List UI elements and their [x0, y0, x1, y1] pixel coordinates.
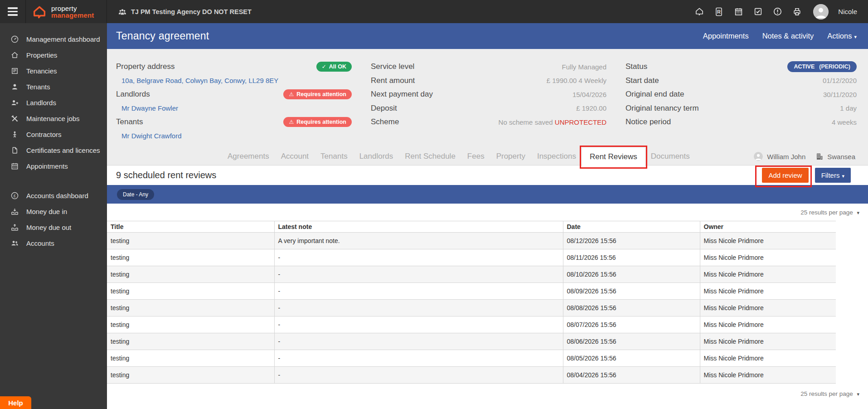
help-button[interactable]: Help	[0, 396, 31, 409]
home-icon	[10, 51, 19, 60]
column-header-date[interactable]: Date	[563, 221, 700, 233]
cell-note: A very important note.	[274, 233, 563, 249]
original-tenancy-term-label: Original tenancy term	[626, 104, 699, 113]
cell-date: 08/09/2026 15:56	[563, 283, 700, 300]
table-row[interactable]: testing-08/07/2026 15:56Miss Nicole Prid…	[107, 316, 836, 333]
check-icon: ✓	[322, 63, 326, 70]
person-plus-icon	[10, 98, 19, 107]
cell-date: 08/12/2026 15:56	[563, 233, 700, 249]
table-row[interactable]: testing-08/08/2026 15:56Miss Nicole Prid…	[107, 300, 836, 316]
cell-title: testing	[107, 233, 274, 249]
table-row[interactable]: testing-08/05/2026 15:56Miss Nicole Prid…	[107, 350, 836, 367]
calendar-icon[interactable]	[733, 7, 743, 17]
person-icon	[10, 83, 19, 92]
table-row[interactable]: testing-08/04/2026 15:56Miss Nicole Prid…	[107, 367, 836, 384]
table-row[interactable]: testingA very important note.08/12/2026 …	[107, 233, 836, 249]
printer-icon[interactable]	[792, 7, 802, 17]
property-address-link[interactable]: 10a, Belgrave Road, Colwyn Bay, Conwy, L…	[116, 77, 278, 84]
add-review-button[interactable]: Add review	[762, 168, 808, 183]
logo-text-1: property	[51, 5, 94, 12]
landlord-link[interactable]: Mr Dwayne Fowler	[116, 104, 178, 112]
sidebar-item-maintenance-jobs[interactable]: Maintenance jobs	[0, 111, 107, 127]
app-logo[interactable]: property management	[26, 0, 107, 23]
tab-rent-reviews[interactable]: Rent Reviews	[582, 148, 645, 166]
sidebar-item-money-due-in[interactable]: Money due in	[0, 204, 107, 219]
tray-out-icon	[10, 223, 19, 232]
filters-button[interactable]: Filters▾	[815, 168, 851, 183]
user-name[interactable]: Nicole	[838, 8, 857, 15]
menu-icon[interactable]	[0, 0, 26, 23]
table-row[interactable]: testing-08/11/2026 15:56Miss Nicole Prid…	[107, 249, 836, 266]
sidebar-item-accounts[interactable]: Accounts	[0, 235, 107, 251]
per-page-select[interactable]: 25 results per page ▾	[800, 390, 859, 397]
cell-owner: Miss Nicole Pridmore	[700, 249, 836, 266]
tab-rent-schedule[interactable]: Rent Schedule	[399, 148, 461, 165]
all-ok-badge: ✓All OK	[316, 62, 352, 72]
tasks-icon[interactable]	[753, 7, 763, 17]
negotiator-context[interactable]: William John	[753, 151, 805, 161]
table-row[interactable]: testing-08/06/2026 15:56Miss Nicole Prid…	[107, 333, 836, 350]
sidebar-item-landlords[interactable]: Landlords	[0, 95, 107, 111]
table-row[interactable]: testing-08/09/2026 15:56Miss Nicole Prid…	[107, 283, 836, 300]
cell-note: -	[274, 249, 563, 266]
cell-title: testing	[107, 350, 274, 367]
tab-property[interactable]: Property	[490, 148, 531, 165]
agency-selector[interactable]: TJ PM Testing Agency DO NOT RESET	[118, 8, 252, 16]
branch-context[interactable]: Swansea	[815, 152, 855, 161]
cell-date: 08/06/2026 15:56	[563, 333, 700, 350]
notes-activity-link[interactable]: Notes & activity	[762, 32, 814, 40]
sidebar-item-label: Maintenance jobs	[26, 115, 80, 122]
sidebar-item-tenants[interactable]: Tenants	[0, 79, 107, 95]
people-group-icon	[118, 8, 127, 16]
sidebar-item-label: Landlords	[26, 99, 56, 107]
sidebar-item-money-due-out[interactable]: Money due out	[0, 219, 107, 235]
list-toolbar: 9 scheduled rent reviews Add review Filt…	[107, 166, 868, 185]
appointments-link[interactable]: Appointments	[703, 32, 749, 40]
warning-icon: ⚠	[289, 119, 294, 125]
actions-menu[interactable]: Actions▾	[827, 32, 857, 40]
tab-account[interactable]: Account	[275, 148, 315, 165]
service-level-value: Fully Managed	[562, 63, 606, 71]
alert-icon[interactable]	[772, 7, 782, 17]
sidebar-item-tenancies[interactable]: Tenancies	[0, 63, 107, 79]
next-payment-day-value: 15/04/2026	[572, 91, 606, 98]
tab-tenants[interactable]: Tenants	[315, 148, 354, 165]
report-icon[interactable]: R	[714, 7, 724, 17]
tab-landlords[interactable]: Landlords	[354, 148, 399, 165]
sidebar-item-certificates[interactable]: Certificates and licences	[0, 142, 107, 158]
tab-documents[interactable]: Documents	[645, 148, 696, 165]
home-bubble-icon[interactable]	[694, 7, 704, 17]
cell-owner: Miss Nicole Pridmore	[700, 350, 836, 367]
tab-agreements[interactable]: Agreements	[222, 148, 275, 165]
per-page-select[interactable]: 25 results per page ▾	[800, 209, 859, 216]
user-avatar[interactable]	[813, 4, 829, 19]
sidebar-item-label: Properties	[26, 51, 57, 59]
column-header-latest-note[interactable]: Latest note	[274, 221, 563, 233]
agency-name: TJ PM Testing Agency DO NOT RESET	[131, 8, 252, 15]
date-filter-chip[interactable]: Date - Any	[117, 189, 154, 200]
tab-inspections[interactable]: Inspections	[531, 148, 582, 165]
column-header-title[interactable]: Title	[107, 221, 274, 233]
per-page-top: 25 results per page ▾	[107, 204, 868, 221]
sidebar-item-properties[interactable]: Properties	[0, 47, 107, 63]
sidebar-item-contractors[interactable]: Contractors	[0, 127, 107, 142]
cell-note: -	[274, 300, 563, 316]
sidebar-item-appointments[interactable]: Appointments	[0, 158, 107, 174]
sidebar-item-accounts-dashboard[interactable]: £ Accounts dashboard	[0, 188, 107, 204]
sidebar-item-label: Tenants	[26, 83, 50, 91]
cell-title: testing	[107, 266, 274, 283]
rent-amount-label: Rent amount	[371, 76, 415, 85]
table-row[interactable]: testing-08/10/2026 15:56Miss Nicole Prid…	[107, 266, 836, 283]
notice-period-label: Notice period	[626, 117, 671, 127]
status-label: Status	[626, 62, 647, 71]
chevron-down-icon: ▾	[857, 210, 859, 215]
cell-owner: Miss Nicole Pridmore	[700, 367, 836, 384]
column-header-owner[interactable]: Owner	[700, 221, 836, 233]
tray-in-icon	[10, 207, 19, 216]
sidebar-item-management-dashboard[interactable]: Management dashboard	[0, 31, 107, 47]
sidebar-item-label: Money due in	[26, 208, 67, 215]
rent-reviews-table: Title Latest note Date Owner testingA ve…	[107, 221, 836, 384]
cell-note: -	[274, 367, 563, 384]
tab-fees[interactable]: Fees	[461, 148, 490, 165]
tenant-link[interactable]: Mr Dwight Crawford	[116, 132, 182, 140]
